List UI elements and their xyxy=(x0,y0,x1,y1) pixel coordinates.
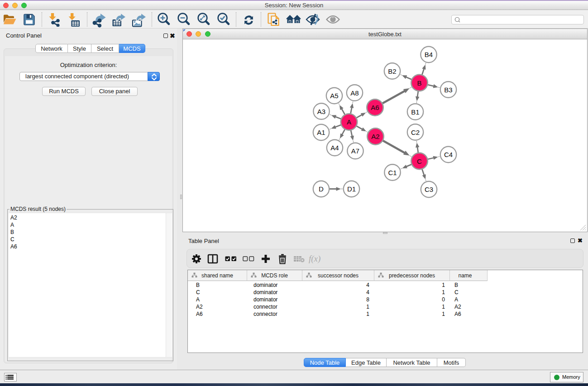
svg-text:C2: C2 xyxy=(411,129,420,136)
svg-text:A8: A8 xyxy=(350,89,359,97)
svg-text:A4: A4 xyxy=(330,144,339,152)
svg-text:C3: C3 xyxy=(425,186,433,193)
svg-text:A5: A5 xyxy=(330,92,338,100)
svg-text:B: B xyxy=(417,79,421,87)
svg-text:A3: A3 xyxy=(317,108,325,115)
svg-text:A2: A2 xyxy=(371,133,379,140)
svg-text:C: C xyxy=(417,157,422,165)
svg-text:B2: B2 xyxy=(388,67,396,75)
svg-text:B4: B4 xyxy=(425,51,433,58)
svg-text:A1: A1 xyxy=(317,129,325,136)
svg-text:A: A xyxy=(347,118,351,126)
svg-text:D: D xyxy=(319,185,324,193)
svg-text:D1: D1 xyxy=(347,185,356,193)
svg-text:C4: C4 xyxy=(444,151,453,158)
svg-text:A6: A6 xyxy=(371,104,379,111)
svg-text:B3: B3 xyxy=(444,86,452,94)
svg-text:A7: A7 xyxy=(351,147,359,155)
svg-text:B1: B1 xyxy=(411,108,419,116)
svg-text:C1: C1 xyxy=(388,169,397,176)
